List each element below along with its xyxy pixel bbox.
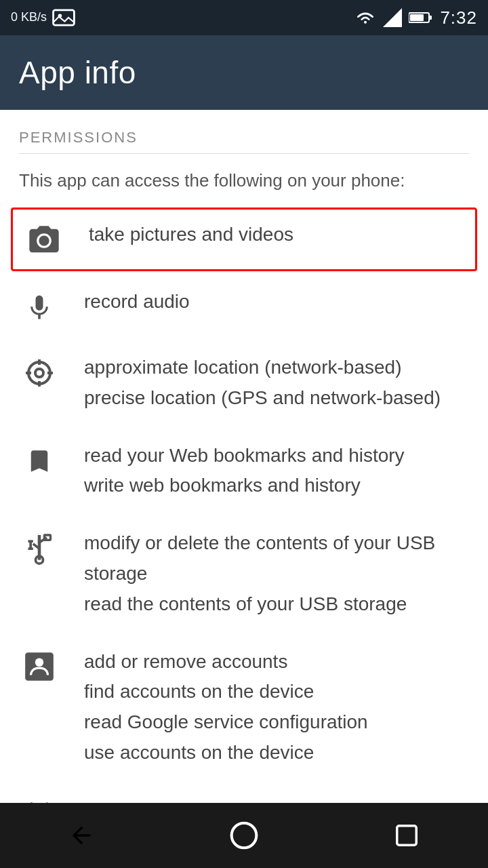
camera-permission-text: take pictures and videos [89, 220, 464, 249]
status-bar: 0 KB/s 7:32 [0, 0, 488, 35]
svg-point-22 [232, 823, 257, 848]
signal-icon [383, 8, 402, 27]
microphone-permission-text: record audio [84, 288, 469, 316]
battery-icon [409, 10, 433, 25]
permission-microphone: record audio [0, 274, 488, 339]
back-button[interactable] [58, 812, 105, 859]
svg-rect-0 [54, 10, 75, 25]
wifi-icon [354, 9, 376, 26]
svg-point-19 [36, 556, 43, 564]
network-speed: 0 KB/s [11, 10, 47, 25]
page-title: App info [19, 54, 469, 91]
permission-bookmarks: read your Web bookmarks and history writ… [0, 427, 488, 515]
location-icon [19, 353, 60, 391]
usb-permission-text: modify or delete the contents of your US… [84, 528, 469, 619]
svg-point-21 [35, 658, 44, 667]
svg-rect-14 [44, 535, 50, 540]
content-area: PERMISSIONS This app can access the foll… [0, 110, 488, 868]
bookmark-icon [19, 441, 60, 479]
bottom-navigation [0, 803, 488, 868]
svg-rect-5 [410, 14, 424, 21]
permission-accounts: add or remove accounts find accounts on … [0, 633, 488, 782]
svg-point-7 [35, 369, 43, 377]
app-header: App info [0, 35, 488, 110]
permissions-section-label: PERMISSIONS [0, 110, 488, 153]
camera-icon [24, 220, 64, 258]
image-icon [52, 8, 75, 27]
accounts-permission-text: add or remove accounts find accounts on … [84, 647, 469, 768]
permission-usb: modify or delete the contents of your US… [0, 515, 488, 633]
bookmarks-permission-text: read your Web bookmarks and history writ… [84, 441, 469, 502]
microphone-icon [19, 288, 60, 326]
account-icon [19, 647, 60, 684]
home-button[interactable] [220, 812, 268, 859]
svg-marker-2 [383, 8, 402, 27]
status-right: 7:32 [354, 7, 477, 28]
svg-point-6 [28, 362, 50, 384]
svg-rect-4 [429, 16, 432, 20]
time-display: 7:32 [440, 7, 477, 28]
location-permission-text: approximate location (network-based) pre… [84, 353, 469, 414]
permission-location: approximate location (network-based) pre… [0, 339, 488, 427]
permission-camera: take pictures and videos [11, 208, 477, 271]
usb-icon [19, 528, 60, 569]
svg-rect-23 [397, 826, 417, 846]
recents-button[interactable] [383, 812, 430, 859]
permissions-description: This app can access the following on you… [0, 154, 488, 205]
status-left: 0 KB/s [11, 8, 75, 27]
